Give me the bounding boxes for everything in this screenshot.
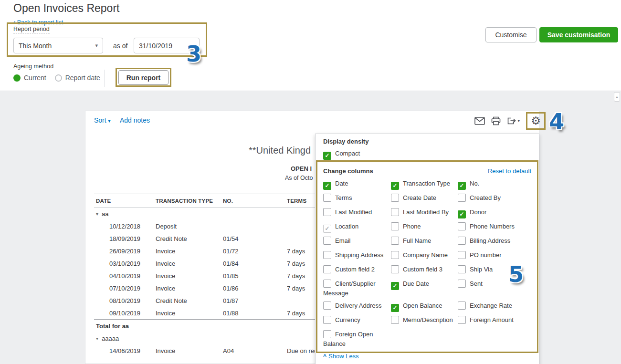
checkbox-label: Memo/Description <box>403 316 453 323</box>
compact-label: Compact <box>335 150 360 157</box>
checkbox-icon: ✓ <box>391 304 399 312</box>
checkbox-icon: ✓ <box>323 225 331 233</box>
column-checkbox-last-modified-by[interactable]: Last Modified By <box>391 208 458 220</box>
ageing-method-label: Ageing method <box>13 63 53 70</box>
column-checkbox-full-name[interactable]: Full Name <box>391 236 458 249</box>
checkbox-label: Location <box>335 223 358 230</box>
back-link[interactable]: ‹Back to report list <box>13 18 63 26</box>
column-checkbox-date[interactable]: ✓Date <box>323 179 391 193</box>
column-checkbox-created-by[interactable]: Created By <box>458 193 534 206</box>
column-checkbox-client-supplier-message[interactable]: Client/Supplier Message <box>323 279 391 301</box>
scrollbar-up-button[interactable]: ▴ <box>614 92 620 102</box>
checkbox-icon: ✓ <box>458 182 466 190</box>
column-checkbox-custom-field-2[interactable]: Custom field 2 <box>323 265 391 277</box>
checkbox-label: Shipping Address <box>335 251 383 259</box>
run-report-button[interactable]: Run report <box>118 70 168 85</box>
ageing-method-radio-group: Current Report date <box>13 74 100 82</box>
checkbox-label: Last Modified <box>335 208 372 216</box>
cell-date: 14/06/2019 <box>96 347 156 354</box>
column-checkbox-exchange-rate[interactable]: Exchange Rate <box>458 301 534 313</box>
checkbox-icon <box>458 251 466 259</box>
checkbox-label: PO number <box>470 251 501 259</box>
sort-menu[interactable]: Sort ▾ <box>94 116 111 124</box>
checkbox-label: Donor <box>470 208 486 216</box>
page-title: Open Invoices Report <box>13 2 119 15</box>
column-checkbox-location[interactable]: ✓Location <box>323 222 391 236</box>
column-checkbox-open-balance[interactable]: ✓Open Balance <box>391 301 458 315</box>
email-icon[interactable] <box>474 117 485 125</box>
export-icon[interactable]: ▾ <box>507 116 520 125</box>
column-checkbox-po-number[interactable]: PO number <box>458 250 534 263</box>
column-checkbox-transaction-type[interactable]: ✓Transaction Type <box>391 179 458 193</box>
checkbox-label: Date <box>335 180 348 187</box>
cell-date: 26/09/2019 <box>96 248 156 255</box>
cell-transaction-type: Invoice <box>156 285 223 292</box>
column-checkbox-delivery-address[interactable]: Delivery Address <box>323 301 391 313</box>
checkbox-label: Last Modified By <box>403 208 449 216</box>
column-checkbox-foreign-open-balance[interactable]: Foreign Open Balance <box>323 330 391 352</box>
column-checkbox-foreign-amount[interactable]: Foreign Amount <box>458 315 534 328</box>
column-checkbox-no[interactable]: ✓No. <box>458 179 534 193</box>
column-header-date: DATE <box>96 198 156 204</box>
report-period-value: This Month <box>19 42 52 50</box>
cell-date: 10/12/2018 <box>96 223 156 230</box>
column-checkbox-due-date[interactable]: ✓Due Date <box>391 279 458 293</box>
radio-report-date[interactable]: Report date <box>55 74 100 82</box>
column-checkbox-phone[interactable]: Phone <box>391 222 458 234</box>
cell-no: 01/84 <box>223 260 287 267</box>
column-checkbox-custom-field-3[interactable]: Custom field 3 <box>391 265 458 277</box>
gear-icon[interactable]: ⚙ <box>531 115 541 126</box>
compact-checkbox[interactable]: ✓Compact <box>323 149 531 163</box>
collapse-triangle-icon[interactable]: ▾ <box>96 211 98 217</box>
column-checkbox-terms[interactable]: Terms <box>323 193 391 206</box>
show-less-label: Show Less <box>328 353 359 360</box>
cell-no: 01/72 <box>223 248 287 255</box>
collapse-triangle-icon[interactable]: ▾ <box>96 336 98 341</box>
report-period-select[interactable]: This Month ▾ <box>13 38 103 53</box>
column-checkbox-create-date[interactable]: Create Date <box>391 193 458 206</box>
cell-transaction-type: Invoice <box>156 248 223 255</box>
column-checkbox-company-name[interactable]: Company Name <box>391 250 458 263</box>
column-checkbox-billing-address[interactable]: Billing Address <box>458 236 534 249</box>
as-of-date-input[interactable] <box>134 38 200 53</box>
as-of-label: as of <box>113 42 127 50</box>
checkbox-label: Transaction Type <box>403 180 450 187</box>
checkbox-label: Foreign Amount <box>470 316 514 323</box>
total-label: Total for aa <box>96 322 129 330</box>
column-checkbox-last-modified[interactable]: Last Modified <box>323 208 391 220</box>
toolbar-icons: ▾ ⚙ <box>474 111 546 130</box>
chevron-up-icon: ^ <box>323 353 326 360</box>
checkbox-icon <box>391 251 399 259</box>
header-divider <box>0 91 621 91</box>
add-notes-link[interactable]: Add notes <box>120 116 150 124</box>
back-chevron-icon: ‹ <box>13 18 16 26</box>
export-caret-icon: ▾ <box>517 118 520 123</box>
column-checkbox-donor[interactable]: ✓Donor <box>458 208 534 221</box>
column-checkbox-sent[interactable]: Sent <box>458 279 534 291</box>
customise-button[interactable]: Customise <box>485 27 537 42</box>
checkbox-icon: ✓ <box>323 152 331 160</box>
column-checkbox-shipping-address[interactable]: Shipping Address <box>323 250 391 263</box>
radio-current[interactable]: Current <box>13 74 46 82</box>
back-link-label: Back to report list <box>17 19 63 26</box>
column-checkbox-ship-via[interactable]: Ship Via <box>458 265 534 277</box>
show-less-link[interactable]: ^Show Less <box>323 353 539 360</box>
column-checkbox-currency[interactable]: Currency <box>323 315 391 328</box>
checkbox-icon: ✓ <box>323 182 331 190</box>
save-customisation-button[interactable]: Save customisation <box>539 27 618 42</box>
checkbox-label: Phone <box>403 223 421 230</box>
radio-unselected-icon <box>55 74 62 82</box>
checkbox-label: Sent <box>470 280 483 287</box>
reset-to-default-link[interactable]: Reset to default <box>488 167 531 175</box>
checkbox-icon <box>391 316 399 324</box>
cell-date: 08/10/2019 <box>96 297 156 304</box>
checkbox-icon <box>458 302 466 310</box>
checkbox-label: Billing Address <box>470 237 510 244</box>
checkbox-label: Open Balance <box>403 302 442 309</box>
column-checkbox-phone-numbers[interactable]: Phone Numbers <box>458 222 534 234</box>
column-checkbox-memo-description[interactable]: Memo/Description <box>391 315 458 328</box>
print-icon[interactable] <box>491 116 501 125</box>
column-checkbox-email[interactable]: Email <box>323 236 391 249</box>
checkbox-icon <box>391 265 399 273</box>
sort-caret-icon: ▾ <box>108 118 111 124</box>
